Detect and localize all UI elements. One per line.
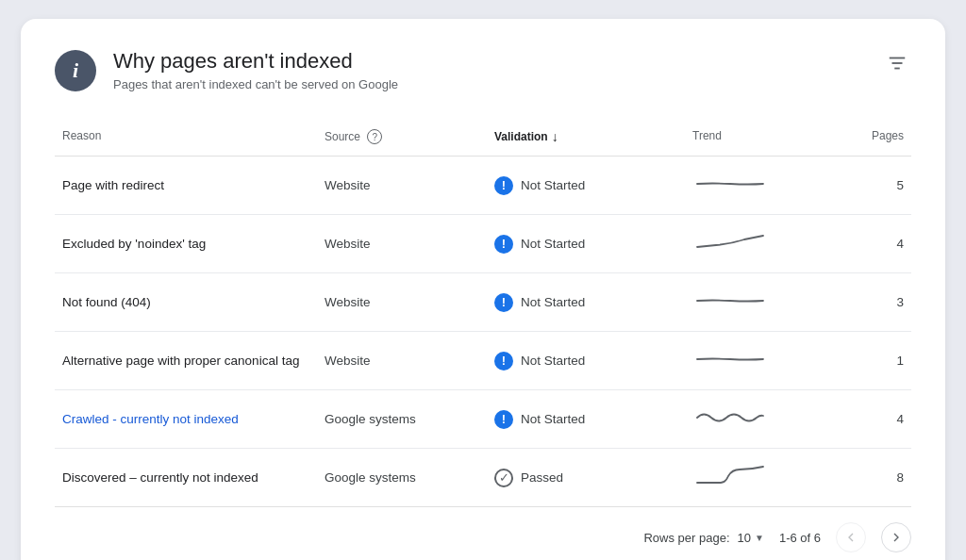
cell-validation: ✓ Passed: [487, 459, 685, 497]
table-row[interactable]: Not found (404) Website ! Not Started 3: [55, 273, 911, 332]
not-started-icon: !: [494, 176, 513, 195]
col-pages: Pages: [836, 125, 911, 148]
cell-source: Website: [317, 286, 487, 319]
not-started-icon: !: [494, 293, 513, 312]
cell-pages: 1: [836, 344, 911, 377]
sort-icon: ↓: [552, 129, 558, 144]
col-reason: Reason: [55, 125, 317, 148]
cell-trend: [685, 277, 836, 327]
rows-per-page-select[interactable]: 10 ▼: [738, 531, 764, 545]
next-page-button[interactable]: [881, 522, 911, 552]
page-range: 1-6 of 6: [779, 531, 821, 545]
cell-reason: Not found (404): [55, 286, 317, 319]
table-header: Reason Source ? Validation ↓ Trend Pages: [55, 118, 911, 156]
header-text: Why pages aren't indexed Pages that aren…: [113, 49, 398, 91]
filter-icon[interactable]: [883, 49, 911, 82]
rows-per-page-label: Rows per page:: [643, 531, 729, 545]
main-card: i Why pages aren't indexed Pages that ar…: [21, 19, 945, 560]
table-row[interactable]: Excluded by 'noindex' tag Website ! Not …: [55, 215, 911, 273]
cell-validation: ! Not Started: [487, 225, 685, 263]
table-row[interactable]: Crawled - currently not indexed Google s…: [55, 390, 911, 449]
not-started-icon: !: [494, 410, 513, 429]
cell-validation: ! Not Started: [487, 401, 685, 438]
rows-per-page-value: 10: [738, 531, 751, 545]
table-row[interactable]: Page with redirect Website ! Not Started…: [55, 156, 911, 215]
table: Reason Source ? Validation ↓ Trend Pages…: [55, 118, 911, 552]
cell-trend: [685, 336, 836, 386]
info-icon: i: [55, 50, 96, 91]
cell-reason: Excluded by 'noindex' tag: [55, 227, 317, 260]
validation-text: Not Started: [521, 237, 585, 251]
source-help-icon[interactable]: ?: [367, 129, 382, 144]
prev-page-button[interactable]: [836, 522, 866, 552]
header-left: i Why pages aren't indexed Pages that ar…: [55, 49, 398, 91]
col-source: Source ?: [317, 125, 487, 148]
validation-text: Not Started: [521, 178, 585, 192]
table-body: Page with redirect Website ! Not Started…: [55, 156, 911, 506]
col-validation[interactable]: Validation ↓: [487, 125, 685, 148]
col-trend: Trend: [685, 125, 836, 148]
validation-text: Not Started: [521, 354, 585, 368]
cell-source: Google systems: [317, 461, 487, 494]
page-title: Why pages aren't indexed: [113, 49, 398, 74]
cell-trend: [685, 394, 836, 444]
cell-pages: 4: [836, 227, 911, 260]
cell-pages: 5: [836, 169, 911, 202]
cell-source: Google systems: [317, 403, 487, 436]
cell-reason: Page with redirect: [55, 169, 317, 202]
table-row[interactable]: Alternative page with proper canonical t…: [55, 332, 911, 390]
cell-source: Website: [317, 169, 487, 202]
cell-reason: Crawled - currently not indexed: [55, 403, 317, 436]
validation-text: Not Started: [521, 295, 585, 309]
not-started-icon: !: [494, 235, 513, 254]
table-footer: Rows per page: 10 ▼ 1-6 of 6: [55, 506, 911, 552]
cell-pages: 4: [836, 403, 911, 436]
page-subtitle: Pages that aren't indexed can't be serve…: [113, 77, 398, 91]
table-row[interactable]: Discovered – currently not indexed Googl…: [55, 449, 911, 506]
cell-trend: [685, 160, 836, 210]
cell-trend: [685, 219, 836, 269]
cell-validation: ! Not Started: [487, 342, 685, 380]
cell-trend: [685, 453, 836, 502]
dropdown-arrow-icon: ▼: [755, 533, 764, 543]
not-started-icon: !: [494, 352, 513, 371]
validation-text: Passed: [521, 470, 563, 485]
card-header: i Why pages aren't indexed Pages that ar…: [55, 49, 911, 91]
cell-validation: ! Not Started: [487, 167, 685, 205]
passed-icon: ✓: [494, 469, 513, 487]
cell-reason: Alternative page with proper canonical t…: [55, 344, 317, 377]
cell-validation: ! Not Started: [487, 284, 685, 321]
cell-pages: 3: [836, 286, 911, 319]
rows-per-page: Rows per page: 10 ▼: [643, 531, 763, 545]
validation-text: Not Started: [521, 412, 585, 426]
cell-source: Website: [317, 227, 487, 260]
cell-pages: 8: [836, 461, 911, 494]
cell-source: Website: [317, 344, 487, 377]
cell-reason: Discovered – currently not indexed: [55, 461, 317, 494]
